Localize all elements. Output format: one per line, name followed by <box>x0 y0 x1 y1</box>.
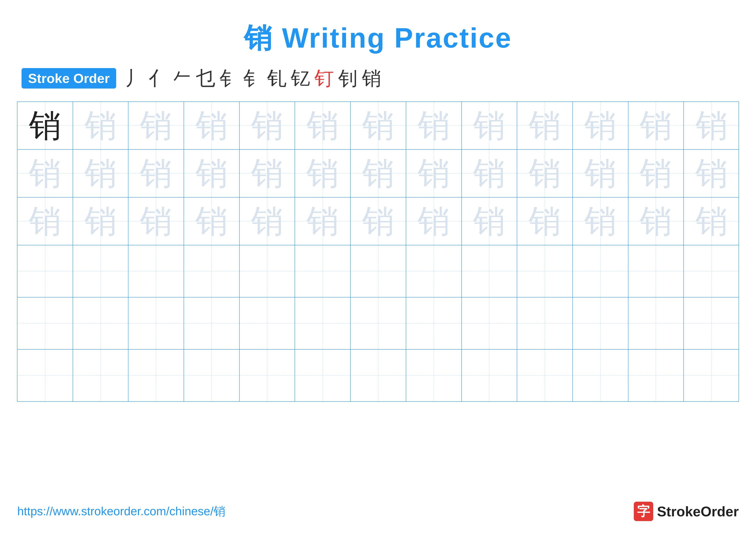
grid-cell[interactable]: 销 <box>128 150 184 197</box>
grid-row-2: 销 销 销 销 销 销 销 销 销 销 销 销 销 <box>17 150 739 197</box>
grid-cell[interactable]: 销 <box>184 150 240 197</box>
grid-cell[interactable] <box>240 297 295 349</box>
grid-cell[interactable] <box>684 297 740 349</box>
grid-cell[interactable]: 销 <box>573 197 629 245</box>
grid-cell[interactable]: 销 <box>684 102 740 149</box>
footer-logo-text: StrokeOrder <box>657 503 739 520</box>
grid-cell[interactable]: 销 <box>406 102 462 149</box>
grid-cell[interactable] <box>517 350 573 401</box>
grid-cell[interactable] <box>184 297 240 349</box>
grid-cell[interactable] <box>184 245 240 297</box>
grid-cell[interactable]: 销 <box>17 102 73 149</box>
grid-cell[interactable] <box>128 245 184 297</box>
stroke-8: 钇 <box>291 69 310 88</box>
grid-cell[interactable] <box>17 297 73 349</box>
grid-cell[interactable] <box>73 350 129 401</box>
grid-cell[interactable] <box>17 245 73 297</box>
grid-row-6 <box>17 350 739 401</box>
grid-cell[interactable]: 销 <box>517 197 573 245</box>
grid-cell[interactable] <box>295 297 351 349</box>
grid-cell[interactable]: 销 <box>184 197 240 245</box>
grid-cell[interactable] <box>406 245 462 297</box>
grid-cell[interactable] <box>517 297 573 349</box>
stroke-3: 𠂉 <box>172 69 192 88</box>
grid-cell[interactable]: 销 <box>295 102 351 149</box>
grid-cell[interactable]: 销 <box>629 102 684 149</box>
grid-cell[interactable] <box>573 245 629 297</box>
grid-cell[interactable]: 销 <box>406 197 462 245</box>
grid-cell[interactable]: 销 <box>351 150 406 197</box>
grid-cell[interactable] <box>240 350 295 401</box>
grid-cell[interactable] <box>406 297 462 349</box>
grid-row-1: 销 销 销 销 销 销 销 销 销 销 销 销 销 <box>17 102 739 150</box>
grid-cell[interactable]: 销 <box>73 197 129 245</box>
grid-cell[interactable]: 销 <box>295 150 351 197</box>
grid-row-3: 销 销 销 销 销 销 销 销 销 销 销 销 销 <box>17 197 739 245</box>
grid-cell[interactable]: 销 <box>462 150 517 197</box>
grid-cell[interactable] <box>684 350 740 401</box>
grid-cell[interactable]: 销 <box>462 102 517 149</box>
stroke-1: 丿 <box>125 69 144 88</box>
grid-cell[interactable] <box>406 350 462 401</box>
grid-row-5 <box>17 297 739 350</box>
grid-cell[interactable] <box>684 245 740 297</box>
grid-cell[interactable]: 销 <box>17 197 73 245</box>
grid-cell[interactable] <box>240 245 295 297</box>
grid-cell[interactable] <box>629 350 684 401</box>
grid-cell[interactable]: 销 <box>684 197 740 245</box>
stroke-9: 钉 <box>314 69 334 88</box>
stroke-4: 乜 <box>196 69 215 88</box>
grid-cell[interactable]: 销 <box>128 197 184 245</box>
grid-cell[interactable] <box>184 350 240 401</box>
grid-cell[interactable] <box>462 245 517 297</box>
grid-cell[interactable] <box>73 245 129 297</box>
grid-cell[interactable] <box>517 245 573 297</box>
grid-cell[interactable] <box>73 297 129 349</box>
grid-cell[interactable] <box>351 245 406 297</box>
grid-cell[interactable] <box>629 297 684 349</box>
grid-cell[interactable]: 销 <box>240 102 295 149</box>
grid-cell[interactable]: 销 <box>240 197 295 245</box>
stroke-10: 钊 <box>338 69 358 88</box>
grid-cell[interactable] <box>573 297 629 349</box>
grid-cell[interactable]: 销 <box>240 150 295 197</box>
grid-cell[interactable]: 销 <box>406 150 462 197</box>
grid-cell[interactable] <box>128 350 184 401</box>
stroke-5: 钅 <box>220 69 239 88</box>
footer-url[interactable]: https://www.strokeorder.com/chinese/销 <box>17 503 226 519</box>
grid-cell[interactable]: 销 <box>351 197 406 245</box>
grid-cell[interactable]: 销 <box>73 102 129 149</box>
grid-cell[interactable] <box>351 297 406 349</box>
grid-cell[interactable] <box>128 297 184 349</box>
grid-cell[interactable] <box>629 245 684 297</box>
grid-cell[interactable]: 销 <box>351 102 406 149</box>
grid-cell[interactable]: 销 <box>128 102 184 149</box>
grid-cell[interactable]: 销 <box>517 150 573 197</box>
char-light: 销 <box>85 110 117 142</box>
grid-cell[interactable] <box>462 297 517 349</box>
grid-cell[interactable]: 销 <box>573 102 629 149</box>
stroke-sequence: 丿 亻 𠂉 乜 钅 钅 钆 钇 钉 钊 销 <box>125 69 381 88</box>
grid-cell[interactable]: 销 <box>462 197 517 245</box>
grid-cell[interactable]: 销 <box>629 197 684 245</box>
grid-cell[interactable]: 销 <box>17 150 73 197</box>
grid-cell[interactable]: 销 <box>73 150 129 197</box>
grid-cell[interactable]: 销 <box>684 150 740 197</box>
grid-cell[interactable] <box>17 350 73 401</box>
footer: https://www.strokeorder.com/chinese/销 字 … <box>17 502 739 521</box>
grid-cell[interactable]: 销 <box>517 102 573 149</box>
stroke-6: 钅 <box>243 69 263 88</box>
grid-cell[interactable] <box>295 245 351 297</box>
footer-logo: 字 StrokeOrder <box>634 502 739 521</box>
stroke-11: 销 <box>362 69 381 88</box>
grid-cell[interactable]: 销 <box>573 150 629 197</box>
char-dark: 销 <box>29 110 61 142</box>
grid-cell[interactable]: 销 <box>295 197 351 245</box>
grid-cell[interactable]: 销 <box>629 150 684 197</box>
grid-cell[interactable] <box>351 350 406 401</box>
grid-cell[interactable]: 销 <box>184 102 240 149</box>
grid-cell[interactable] <box>295 350 351 401</box>
grid-cell[interactable] <box>573 350 629 401</box>
stroke-7: 钆 <box>267 69 286 88</box>
grid-cell[interactable] <box>462 350 517 401</box>
